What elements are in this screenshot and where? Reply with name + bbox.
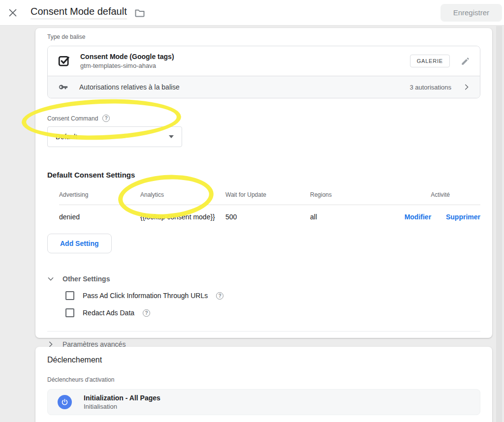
tag-type-label: Type de balise: [47, 33, 480, 40]
delete-link[interactable]: Supprimer: [446, 213, 480, 221]
help-icon[interactable]: ?: [102, 115, 110, 122]
pass-ad-click-label: Pass Ad Click Information Through URLs: [83, 292, 208, 300]
col-wait-for-update: Wait for Update: [225, 191, 310, 205]
col-advertising: Advertising: [59, 191, 140, 205]
redact-ads-data-row: Redact Ads Data ?: [65, 308, 480, 317]
consent-command-label: Consent Command: [47, 115, 98, 122]
folder-icon[interactable]: [134, 7, 146, 19]
help-icon[interactable]: ?: [216, 292, 223, 300]
tag-type-box: Consent Mode (Google tags) gtm-templates…: [47, 46, 480, 98]
modify-link[interactable]: Modifier: [405, 213, 431, 221]
redact-ads-data-label: Redact Ads Data: [83, 309, 134, 317]
save-button[interactable]: Enregistrer: [441, 4, 502, 22]
cell-regions: all: [310, 205, 382, 228]
default-consent-settings-title: Default Consent Settings: [47, 171, 480, 179]
trigger-name: Initialization - All Pages: [84, 394, 160, 402]
chevron-down-icon: [47, 275, 54, 282]
trigger-subtitle: Déclencheurs d'activation: [47, 376, 480, 383]
table-row: denied {{lookup consent mode}} 500 all M…: [59, 205, 480, 228]
consent-checkbox-icon: [58, 55, 70, 67]
trigger-row[interactable]: Initialization - All Pages Initialisatio…: [47, 389, 480, 415]
consent-command-value: Default: [56, 133, 77, 141]
cell-wait-for-update: 500: [225, 205, 310, 228]
permissions-count: 3 autorisations: [410, 84, 451, 91]
trigger-card: Déclenchement Déclencheurs d'activation …: [35, 347, 492, 422]
add-setting-button[interactable]: Add Setting: [47, 234, 112, 253]
pass-ad-click-checkbox[interactable]: [65, 291, 74, 300]
template-id: gtm-templates-simo-ahava: [80, 62, 174, 69]
pass-ad-click-row: Pass Ad Click Information Through URLs ?: [65, 291, 480, 300]
scroll-track[interactable]: [496, 26, 502, 422]
other-settings-toggle[interactable]: Other Settings: [47, 275, 480, 283]
cell-advertising: denied: [59, 205, 140, 228]
edit-pencil-icon[interactable]: [461, 57, 470, 66]
col-activite: Activité: [382, 191, 480, 205]
dropdown-caret-icon: [169, 135, 174, 138]
tag-name-field[interactable]: Consent Mode default: [31, 6, 127, 19]
close-icon[interactable]: [7, 7, 19, 19]
other-settings-title: Other Settings: [63, 275, 110, 283]
tag-configuration-card: Type de balise Consent Mode (Google tags…: [35, 28, 492, 338]
col-regions: Regions: [310, 191, 382, 205]
trigger-type: Initialisation: [84, 403, 160, 410]
top-bar: Consent Mode default Enregistrer: [0, 0, 504, 26]
template-name: Consent Mode (Google tags): [80, 53, 174, 60]
col-analytics: Analytics: [140, 191, 225, 205]
key-icon: [58, 82, 68, 92]
cell-analytics: {{lookup consent mode}}: [140, 205, 225, 228]
tag-template-row[interactable]: Consent Mode (Google tags) gtm-templates…: [48, 46, 480, 76]
gallery-button[interactable]: GALERIE: [410, 55, 450, 67]
trigger-card-title: Déclenchement: [47, 356, 480, 364]
help-icon[interactable]: ?: [143, 309, 150, 317]
redact-ads-data-checkbox[interactable]: [65, 308, 74, 317]
power-icon: [58, 395, 72, 409]
consent-settings-table: Advertising Analytics Wait for Update Re…: [47, 191, 480, 228]
chevron-right-icon: [463, 84, 470, 90]
consent-command-select[interactable]: Default: [47, 126, 182, 147]
permissions-label: Autorisations relatives à la balise: [79, 83, 180, 91]
tag-permissions-row[interactable]: Autorisations relatives à la balise 3 au…: [48, 76, 480, 98]
